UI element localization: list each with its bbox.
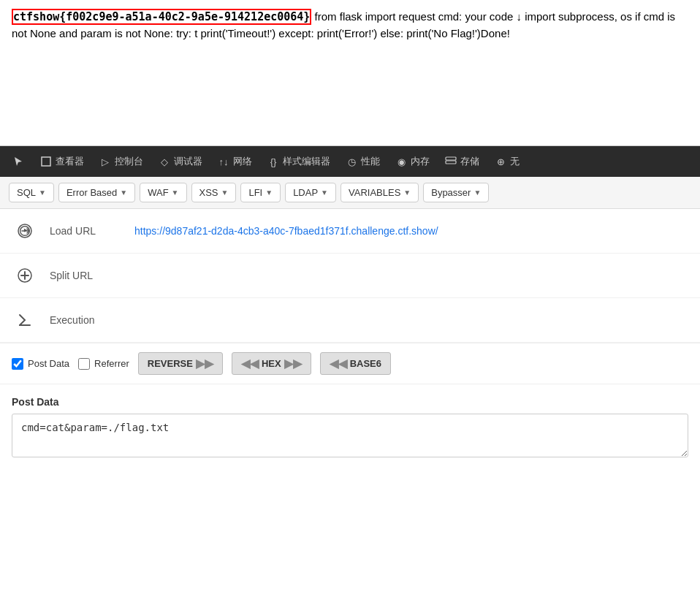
- devtools-debugger-btn[interactable]: ◇ 调试器: [152, 152, 208, 171]
- xss-arrow-icon: ▼: [221, 189, 229, 197]
- execution-row: Execution: [0, 298, 700, 343]
- load-url-row: Load URL https://9d87af21-d2da-4cb3-a40c…: [0, 209, 700, 254]
- reverse-label: REVERSE: [148, 358, 193, 369]
- bypasser-button[interactable]: Bypasser ▼: [423, 183, 489, 202]
- flag-text: ctfshow{f002c9e9-a51a-40c2-9a5e-914212ec…: [12, 9, 311, 25]
- xss-label: XSS: [199, 187, 218, 198]
- split-url-row: Split URL: [0, 254, 700, 298]
- base6-button[interactable]: ◀◀ BASE6: [320, 352, 391, 375]
- devtools-network-btn[interactable]: ↑↓ 网络: [211, 152, 258, 171]
- split-url-label: Split URL: [50, 270, 123, 281]
- post-data-check[interactable]: Post Data: [12, 358, 69, 370]
- variables-button[interactable]: VARIABLES ▼: [341, 183, 419, 202]
- hex-right-arrow-icon: ▶▶: [284, 357, 302, 370]
- storage-label: 存储: [460, 155, 479, 168]
- referrer-check[interactable]: Referrer: [78, 358, 129, 370]
- referrer-checkbox[interactable]: [78, 358, 90, 370]
- devtools-memory-btn[interactable]: ◉ 内存: [389, 152, 435, 171]
- attack-toolbar: SQL ▼ Error Based ▼ WAF ▼ XSS ▼ LFI ▼ LD…: [0, 177, 700, 209]
- element-icon: [39, 155, 53, 168]
- devtools-cursor-btn[interactable]: [6, 152, 31, 171]
- devtools-element-btn[interactable]: 查看器: [34, 152, 90, 171]
- reverse-button[interactable]: REVERSE ▶▶: [138, 352, 223, 375]
- post-data-section-label: Post Data: [12, 396, 688, 408]
- debugger-label: 调试器: [174, 155, 202, 168]
- devtools-perf-btn[interactable]: ◷ 性能: [339, 152, 386, 171]
- hex-button[interactable]: ◀◀ HEX ▶▶: [232, 352, 311, 375]
- bypasser-label: Bypasser: [431, 187, 471, 198]
- waf-button[interactable]: WAF ▼: [140, 183, 186, 202]
- base6-label: BASE6: [350, 358, 381, 369]
- network-icon: ↑↓: [217, 155, 230, 168]
- svg-rect-0: [42, 157, 50, 166]
- lfi-arrow-icon: ▼: [265, 189, 273, 197]
- main-panel: Load URL https://9d87af21-d2da-4cb3-a40c…: [0, 209, 700, 472]
- performance-icon: ◷: [345, 155, 358, 168]
- svg-rect-2: [446, 161, 456, 164]
- buttons-row: Post Data Referrer REVERSE ▶▶ ◀◀ HEX ▶▶ …: [0, 343, 700, 384]
- console-icon: ▷: [99, 155, 112, 168]
- reverse-arrow-icon: ▶▶: [196, 357, 213, 370]
- response-area: ctfshow{f002c9e9-a51a-40c2-9a5e-914212ec…: [0, 0, 700, 146]
- referrer-check-label: Referrer: [94, 358, 129, 369]
- devtools-bar: 查看器 ▷ 控制台 ◇ 调试器 ↑↓ 网络 {} 样式编辑器 ◷ 性能 ◉ 内存…: [0, 146, 700, 177]
- style-icon: {}: [267, 155, 280, 168]
- post-data-checkbox[interactable]: [12, 358, 23, 370]
- execution-label: Execution: [50, 314, 123, 326]
- devtools-storage-btn[interactable]: 存储: [438, 152, 485, 171]
- waf-label: WAF: [148, 187, 168, 198]
- hex-label: HEX: [262, 358, 281, 369]
- post-data-section: Post Data: [0, 384, 700, 472]
- memory-icon: ◉: [395, 155, 408, 168]
- error-based-label: Error Based: [66, 187, 117, 198]
- post-data-check-label: Post Data: [28, 358, 69, 369]
- sql-arrow-icon: ▼: [39, 189, 46, 197]
- hex-left-arrow-icon: ◀◀: [241, 357, 259, 370]
- element-label: 查看器: [56, 155, 84, 168]
- error-based-arrow-icon: ▼: [120, 189, 127, 197]
- bypasser-arrow-icon: ▼: [473, 189, 481, 197]
- post-data-input[interactable]: [12, 414, 688, 457]
- load-url-value: https://9d87af21-d2da-4cb3-a40c-7fbaed1f…: [134, 225, 688, 237]
- url-section: Load URL https://9d87af21-d2da-4cb3-a40c…: [0, 209, 700, 343]
- network-label: 网络: [233, 155, 252, 168]
- storage-icon: [444, 155, 457, 168]
- lfi-button[interactable]: LFI ▼: [240, 183, 281, 202]
- split-url-icon: [12, 262, 38, 289]
- debugger-icon: ◇: [158, 155, 171, 168]
- perf-label: 性能: [361, 155, 380, 168]
- svg-rect-1: [446, 157, 456, 160]
- waf-arrow-icon: ▼: [172, 189, 179, 197]
- ldap-label: LDAP: [293, 187, 318, 198]
- load-url-label: Load URL: [50, 225, 123, 237]
- xss-button[interactable]: XSS ▼: [191, 183, 237, 202]
- sql-label: SQL: [17, 187, 36, 198]
- devtools-more-btn[interactable]: ⊕ 无: [488, 152, 525, 171]
- ldap-button[interactable]: LDAP ▼: [285, 183, 336, 202]
- sql-button[interactable]: SQL ▼: [9, 183, 54, 202]
- devtools-style-btn[interactable]: {} 样式编辑器: [261, 152, 336, 171]
- more-icon: ⊕: [494, 155, 507, 168]
- lfi-label: LFI: [248, 187, 262, 198]
- memory-label: 内存: [411, 155, 430, 168]
- ldap-arrow-icon: ▼: [321, 189, 328, 197]
- style-label: 样式编辑器: [283, 155, 330, 168]
- cursor-icon: [12, 155, 25, 168]
- execution-icon: [12, 307, 38, 333]
- variables-label: VARIABLES: [349, 187, 400, 198]
- variables-arrow-icon: ▼: [403, 189, 411, 197]
- error-based-button[interactable]: Error Based ▼: [58, 183, 135, 202]
- load-url-icon: [12, 218, 38, 244]
- devtools-console-btn[interactable]: ▷ 控制台: [93, 152, 149, 171]
- more-label: 无: [510, 155, 520, 168]
- console-label: 控制台: [115, 155, 143, 168]
- base6-left-arrow-icon: ◀◀: [330, 357, 347, 370]
